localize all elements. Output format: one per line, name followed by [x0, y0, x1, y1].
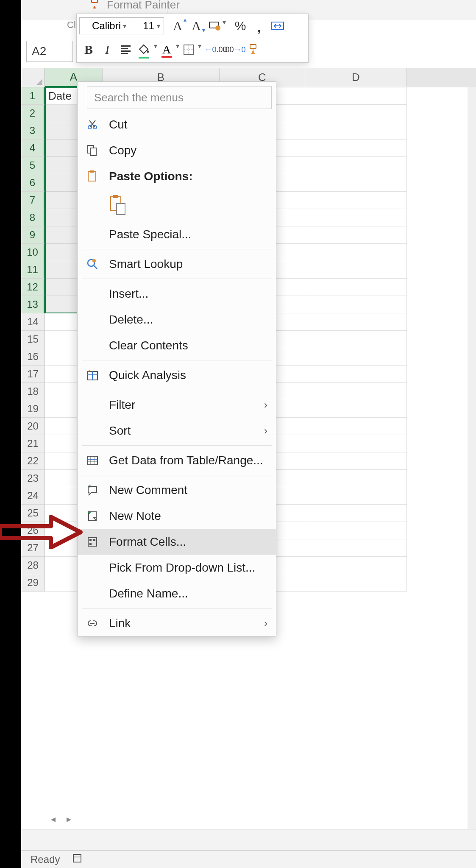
context-menu-clear-contents[interactable]: Clear Contents: [78, 332, 276, 358]
font-size-dropdown[interactable]: 11 ▾: [130, 17, 164, 34]
cell[interactable]: [305, 296, 407, 313]
select-all-triangle[interactable]: [21, 68, 45, 87]
cell[interactable]: [305, 557, 407, 574]
row-header[interactable]: 17: [21, 366, 45, 383]
chevron-down-icon[interactable]: ▾: [223, 18, 226, 26]
cell[interactable]: [305, 366, 407, 383]
cell[interactable]: [305, 383, 407, 400]
context-menu-format-cells[interactable]: Format Cells...: [78, 529, 276, 555]
cell[interactable]: [305, 539, 407, 557]
cell[interactable]: [305, 348, 407, 366]
cell[interactable]: [305, 435, 407, 452]
cell[interactable]: [305, 209, 407, 226]
row-header[interactable]: 16: [21, 348, 45, 366]
decrease-font-size-button[interactable]: A▾: [187, 16, 206, 36]
row-header[interactable]: 6: [21, 174, 45, 192]
font-color-button[interactable]: A: [157, 40, 176, 59]
chevron-down-icon[interactable]: ▾: [176, 42, 179, 50]
row-header[interactable]: 24: [21, 487, 45, 505]
context-menu-cut[interactable]: Cut: [78, 112, 276, 137]
row-header[interactable]: 26: [21, 522, 45, 539]
cell[interactable]: [305, 452, 407, 470]
cell[interactable]: [305, 313, 407, 331]
row-header[interactable]: 20: [21, 418, 45, 435]
row-header[interactable]: 10: [21, 244, 45, 261]
cell[interactable]: [305, 140, 407, 157]
context-menu-insert[interactable]: Insert...: [78, 281, 276, 307]
row-header[interactable]: 23: [21, 470, 45, 487]
context-menu-smart-lookup[interactable]: Smart Lookup: [78, 251, 276, 277]
row-header[interactable]: 21: [21, 435, 45, 452]
row-header[interactable]: 5: [21, 157, 45, 174]
align-button[interactable]: [117, 40, 135, 59]
vertical-scrollbar[interactable]: [468, 87, 476, 829]
context-menu-get-data[interactable]: Get Data from Table/Range...: [78, 447, 276, 473]
bold-button[interactable]: B: [79, 40, 98, 59]
context-menu-sort[interactable]: Sort ›: [78, 418, 276, 444]
cell[interactable]: [305, 418, 407, 435]
row-header[interactable]: 27: [21, 539, 45, 557]
row-header[interactable]: 14: [21, 313, 45, 331]
row-header[interactable]: 11: [21, 261, 45, 279]
row-header[interactable]: 15: [21, 331, 45, 348]
format-painter-mini-button[interactable]: [244, 40, 262, 59]
name-box[interactable]: A2: [26, 41, 73, 62]
context-menu-search[interactable]: Search the menus: [87, 86, 272, 109]
row-header[interactable]: 1: [21, 87, 45, 105]
cell[interactable]: [305, 470, 407, 487]
context-menu-filter[interactable]: Filter ›: [78, 392, 276, 418]
context-menu-link[interactable]: Link ›: [78, 610, 276, 636]
chevron-down-icon[interactable]: ▾: [198, 42, 201, 50]
sheet-scroll-left[interactable]: ◂: [51, 814, 56, 825]
row-header[interactable]: 9: [21, 226, 45, 244]
cell[interactable]: [305, 400, 407, 418]
increase-decimal-button[interactable]: ←0.00: [206, 40, 225, 59]
sheet-scroll-right[interactable]: ▸: [67, 814, 71, 825]
row-header[interactable]: 12: [21, 279, 45, 296]
font-name-dropdown[interactable]: Calibri ▾: [79, 17, 130, 34]
cell[interactable]: [305, 505, 407, 522]
accounting-format-button[interactable]: [206, 16, 224, 36]
column-header-D[interactable]: D: [305, 68, 407, 87]
percent-format-button[interactable]: %: [231, 16, 250, 36]
cell[interactable]: [305, 244, 407, 261]
context-menu-new-note[interactable]: + New Note: [78, 503, 276, 529]
cell[interactable]: [305, 226, 407, 244]
context-menu-paste-special[interactable]: Paste Special...: [78, 221, 276, 247]
context-menu-define-name[interactable]: Define Name...: [78, 581, 276, 606]
context-menu-copy[interactable]: Copy: [78, 137, 276, 163]
cell[interactable]: [305, 487, 407, 505]
row-header[interactable]: 2: [21, 105, 45, 122]
cell[interactable]: [305, 279, 407, 296]
paste-option-default[interactable]: [109, 194, 128, 216]
context-menu-quick-analysis[interactable]: Quick Analysis: [78, 362, 276, 388]
cell[interactable]: [305, 522, 407, 539]
row-header[interactable]: 19: [21, 400, 45, 418]
borders-button[interactable]: [179, 40, 198, 59]
fill-color-button[interactable]: [135, 40, 154, 59]
merge-center-button[interactable]: [268, 16, 287, 36]
row-header[interactable]: 18: [21, 383, 45, 400]
cell[interactable]: [305, 87, 407, 105]
context-menu-pick-from-list[interactable]: Pick From Drop-down List...: [78, 555, 276, 581]
cell[interactable]: [305, 574, 407, 592]
cell[interactable]: [305, 192, 407, 209]
cell[interactable]: [305, 157, 407, 174]
row-header[interactable]: 8: [21, 209, 45, 226]
row-header[interactable]: 22: [21, 452, 45, 470]
row-header[interactable]: 25: [21, 505, 45, 522]
row-header[interactable]: 7: [21, 192, 45, 209]
row-header[interactable]: 13: [21, 296, 45, 313]
cell[interactable]: [305, 174, 407, 192]
cell[interactable]: [305, 261, 407, 279]
row-header[interactable]: 28: [21, 557, 45, 574]
cell[interactable]: [305, 122, 407, 140]
row-header[interactable]: 29: [21, 574, 45, 592]
context-menu-delete[interactable]: Delete...: [78, 307, 276, 332]
row-header[interactable]: 3: [21, 122, 45, 140]
decrease-decimal-button[interactable]: .00→0: [225, 40, 244, 59]
chevron-down-icon[interactable]: ▾: [154, 42, 157, 50]
cell[interactable]: [305, 331, 407, 348]
italic-button[interactable]: I: [98, 40, 117, 59]
accessibility-icon[interactable]: [72, 854, 82, 865]
